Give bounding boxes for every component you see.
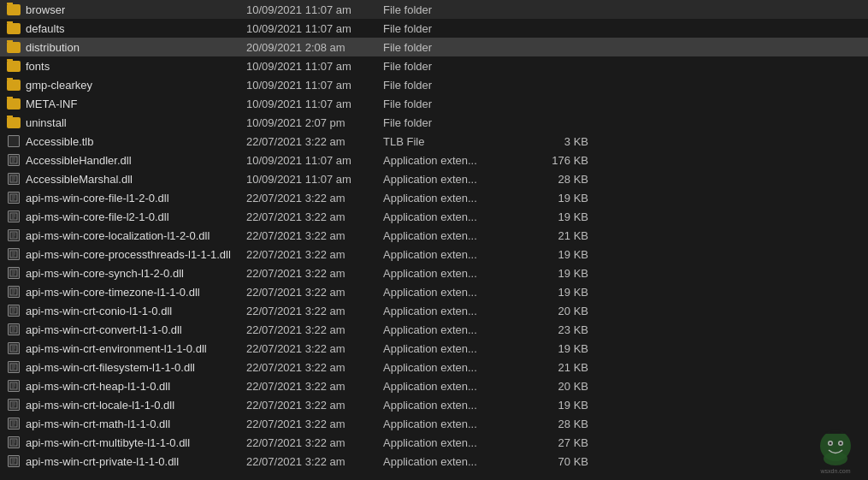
table-row[interactable]: gmp-clearkey10/09/2021 11:07 amFile fold… — [0, 75, 868, 94]
file-type-cell: Application exten... — [383, 436, 520, 449]
file-date-cell: 22/07/2021 3:22 am — [246, 399, 383, 412]
file-date-cell: 20/09/2021 2:08 am — [246, 41, 383, 54]
file-size-cell: 20 KB — [520, 305, 588, 317]
table-row[interactable]: api-ms-win-core-timezone-l1-1-0.dll22/07… — [0, 282, 868, 301]
file-size-cell: 19 KB — [520, 192, 588, 204]
file-name-text: api-ms-win-crt-conio-l1-1-0.dll — [26, 305, 172, 317]
table-row[interactable]: AccessibleMarshal.dll10/09/2021 11:07 am… — [0, 169, 868, 188]
file-name-text: api-ms-win-core-file-l2-1-0.dll — [26, 210, 169, 223]
table-row[interactable]: api-ms-win-crt-multibyte-l1-1-0.dll22/07… — [0, 433, 868, 452]
dll-file-icon — [7, 210, 21, 223]
table-row[interactable]: api-ms-win-crt-conio-l1-1-0.dll22/07/202… — [0, 301, 868, 320]
file-date-cell: 22/07/2021 3:22 am — [246, 323, 383, 336]
table-row[interactable]: distribution20/09/2021 2:08 amFile folde… — [0, 38, 868, 56]
file-date-cell: 22/07/2021 3:22 am — [246, 455, 383, 468]
file-type-cell: File folder — [383, 60, 520, 73]
dll-file-icon — [7, 191, 21, 204]
file-name-text: api-ms-win-core-synch-l1-2-0.dll — [26, 267, 184, 280]
file-name-text: api-ms-win-core-processthreads-l1-1-1.dl… — [26, 248, 231, 261]
file-name-cell: META-INF — [7, 97, 246, 110]
file-date-cell: 22/07/2021 3:22 am — [246, 286, 383, 299]
file-size-cell: 23 KB — [520, 323, 588, 336]
table-row[interactable]: Accessible.tlb22/07/2021 3:22 amTLB File… — [0, 132, 868, 151]
file-name-cell: api-ms-win-crt-math-l1-1-0.dll — [7, 417, 246, 430]
file-size-cell: 20 KB — [520, 380, 588, 393]
file-name-cell: api-ms-win-crt-private-l1-1-0.dll — [7, 454, 246, 468]
table-row[interactable]: api-ms-win-crt-convert-l1-1-0.dll22/07/2… — [0, 320, 868, 339]
file-name-text: distribution — [26, 41, 80, 54]
file-type-cell: TLB File — [383, 135, 520, 148]
table-row[interactable]: api-ms-win-crt-locale-l1-1-0.dll22/07/20… — [0, 395, 868, 414]
file-date-cell: 10/09/2021 11:07 am — [246, 173, 383, 186]
file-name-cell: api-ms-win-core-file-l2-1-0.dll — [7, 210, 246, 223]
folder-icon — [7, 97, 21, 110]
file-name-text: api-ms-win-crt-math-l1-1-0.dll — [26, 418, 170, 430]
file-name-cell: api-ms-win-crt-filesystem-l1-1-0.dll — [7, 360, 246, 374]
file-size-cell: 176 KB — [520, 154, 588, 167]
file-name-cell: distribution — [7, 40, 246, 54]
file-size-cell: 21 KB — [520, 229, 588, 242]
file-name-cell: api-ms-win-crt-locale-l1-1-0.dll — [7, 398, 246, 412]
file-date-cell: 22/07/2021 3:22 am — [246, 436, 383, 449]
table-row[interactable]: defaults10/09/2021 11:07 amFile folder — [0, 19, 868, 38]
table-row[interactable]: api-ms-win-core-synch-l1-2-0.dll22/07/20… — [0, 264, 868, 282]
table-row[interactable]: api-ms-win-core-file-l2-1-0.dll22/07/202… — [0, 207, 868, 226]
table-row[interactable]: api-ms-win-core-processthreads-l1-1-1.dl… — [0, 245, 868, 264]
file-name-text: api-ms-win-core-file-l1-2-0.dll — [26, 192, 169, 204]
file-name-cell: api-ms-win-crt-conio-l1-1-0.dll — [7, 304, 246, 317]
file-name-cell: uninstall — [7, 116, 246, 129]
dll-file-icon — [7, 398, 21, 412]
dll-file-icon — [7, 360, 21, 374]
table-row[interactable]: api-ms-win-core-localization-l1-2-0.dll2… — [0, 226, 868, 245]
file-date-cell: 22/07/2021 3:22 am — [246, 210, 383, 223]
file-size-cell: 3 KB — [520, 135, 588, 148]
file-type-cell: Application exten... — [383, 210, 520, 223]
dll-file-icon — [7, 341, 21, 355]
file-size-cell: 19 KB — [520, 267, 588, 280]
table-row[interactable]: browser10/09/2021 11:07 amFile folder — [0, 0, 868, 19]
file-type-cell: File folder — [383, 22, 520, 35]
dll-file-icon — [7, 304, 21, 317]
table-row[interactable]: fonts10/09/2021 11:07 amFile folder — [0, 56, 868, 75]
table-row[interactable]: api-ms-win-crt-math-l1-1-0.dll22/07/2021… — [0, 414, 868, 433]
file-type-cell: Application exten... — [383, 418, 520, 430]
file-type-cell: Application exten... — [383, 455, 520, 468]
file-date-cell: 10/09/2021 11:07 am — [246, 154, 383, 167]
file-name-text: AccessibleHandler.dll — [26, 154, 132, 167]
table-row[interactable]: api-ms-win-crt-filesystem-l1-1-0.dll22/0… — [0, 358, 868, 376]
file-size-cell: 19 KB — [520, 399, 588, 412]
file-date-cell: 22/07/2021 3:22 am — [246, 361, 383, 374]
file-name-text: META-INF — [26, 98, 77, 110]
file-size-cell: 27 KB — [520, 436, 588, 449]
table-row[interactable]: uninstall10/09/2021 2:07 pmFile folder — [0, 113, 868, 132]
table-row[interactable]: AccessibleHandler.dll10/09/2021 11:07 am… — [0, 151, 868, 169]
file-name-text: api-ms-win-crt-heap-l1-1-0.dll — [26, 380, 170, 393]
file-type-cell: File folder — [383, 79, 520, 92]
folder-icon — [7, 21, 21, 35]
dll-file-icon — [7, 379, 21, 393]
dll-file-icon — [7, 247, 21, 261]
file-date-cell: 22/07/2021 3:22 am — [246, 342, 383, 355]
table-row[interactable]: api-ms-win-crt-heap-l1-1-0.dll22/07/2021… — [0, 376, 868, 395]
svg-point-72 — [830, 442, 832, 445]
file-date-cell: 10/09/2021 11:07 am — [246, 22, 383, 35]
table-row[interactable]: api-ms-win-core-file-l1-2-0.dll22/07/202… — [0, 188, 868, 207]
table-row[interactable]: api-ms-win-crt-environment-l1-1-0.dll22/… — [0, 339, 868, 358]
table-row[interactable]: META-INF10/09/2021 11:07 amFile folder — [0, 94, 868, 113]
watermark: wsxdn.com — [808, 429, 859, 471]
file-name-cell: api-ms-win-crt-multibyte-l1-1-0.dll — [7, 436, 246, 449]
file-type-cell: File folder — [383, 3, 520, 16]
dll-file-icon — [7, 454, 21, 468]
dll-file-icon — [7, 153, 21, 167]
file-name-text: gmp-clearkey — [26, 79, 92, 92]
file-name-text: AccessibleMarshal.dll — [26, 173, 133, 186]
table-row[interactable]: api-ms-win-crt-private-l1-1-0.dll22/07/2… — [0, 452, 868, 471]
file-date-cell: 10/09/2021 11:07 am — [246, 60, 383, 73]
file-date-cell: 22/07/2021 3:22 am — [246, 135, 383, 148]
file-size-cell: 19 KB — [520, 286, 588, 299]
file-type-cell: File folder — [383, 98, 520, 110]
file-size-cell: 19 KB — [520, 210, 588, 223]
svg-point-73 — [840, 442, 842, 445]
file-name-cell: AccessibleMarshal.dll — [7, 172, 246, 186]
folder-icon — [7, 40, 21, 54]
